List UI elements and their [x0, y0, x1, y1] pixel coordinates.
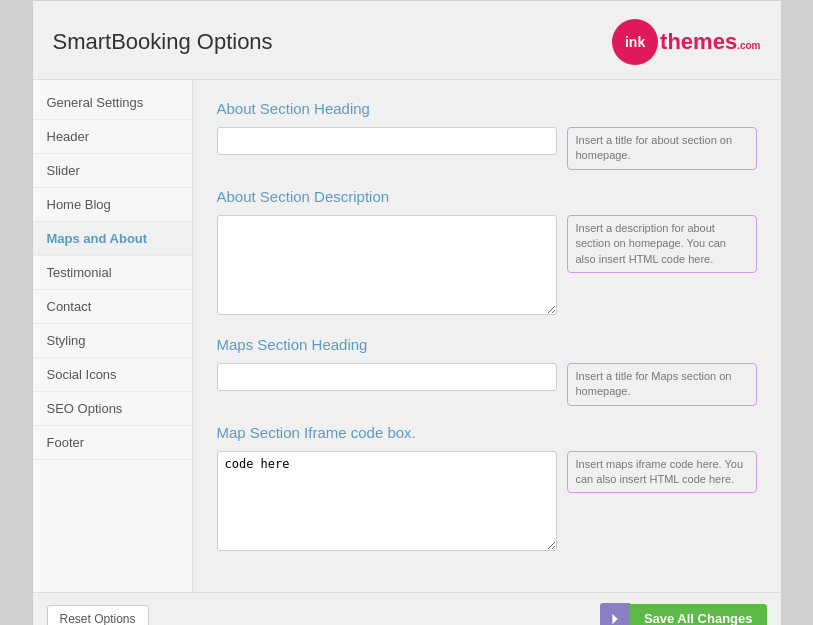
sidebar-item-contact[interactable]: Contact: [33, 290, 192, 324]
arrow-icon: [600, 603, 630, 625]
sidebar-item-social-icons[interactable]: Social Icons: [33, 358, 192, 392]
save-wrap: Save All Changes: [600, 603, 767, 625]
page-header: SmartBooking Options ink themes.com: [33, 1, 781, 80]
logo-ink: ink: [625, 34, 645, 50]
maps-heading-label: Maps Section Heading: [217, 336, 757, 353]
sidebar-item-header[interactable]: Header: [33, 120, 192, 154]
body-wrap: General Settings Header Slider Home Blog…: [33, 80, 781, 592]
about-heading-input[interactable]: [217, 127, 557, 155]
sidebar-item-slider[interactable]: Slider: [33, 154, 192, 188]
sidebar-item-general-settings[interactable]: General Settings: [33, 86, 192, 120]
maps-heading-hint: Insert a title for Maps section on homep…: [567, 363, 757, 406]
sidebar-item-seo-options[interactable]: SEO Options: [33, 392, 192, 426]
map-iframe-hint: Insert maps iframe code here. You can al…: [567, 451, 757, 494]
svg-marker-0: [612, 613, 617, 624]
about-desc-label: About Section Description: [217, 188, 757, 205]
about-desc-field-row: Insert a description for about section o…: [217, 215, 757, 318]
about-heading-label: About Section Heading: [217, 100, 757, 117]
logo-circle: ink: [612, 19, 658, 65]
map-iframe-label: Map Section Iframe code box.: [217, 424, 757, 441]
maps-heading-field-row: Insert a title for Maps section on homep…: [217, 363, 757, 406]
about-heading-hint: Insert a title for about section on home…: [567, 127, 757, 170]
logo-brand: themes.com: [660, 29, 760, 55]
sidebar-item-home-blog[interactable]: Home Blog: [33, 188, 192, 222]
about-heading-input-wrap: [217, 127, 557, 155]
maps-heading-input-wrap: [217, 363, 557, 391]
main-container: SmartBooking Options ink themes.com Gene…: [32, 0, 782, 625]
about-desc-textarea[interactable]: [217, 215, 557, 315]
about-desc-hint: Insert a description for about section o…: [567, 215, 757, 273]
main-content: About Section Heading Insert a title for…: [193, 80, 781, 592]
maps-heading-input[interactable]: [217, 363, 557, 391]
sidebar-item-styling[interactable]: Styling: [33, 324, 192, 358]
save-button[interactable]: Save All Changes: [630, 604, 767, 625]
sidebar-item-footer[interactable]: Footer: [33, 426, 192, 460]
footer-bar: Reset Options Save All Changes: [33, 592, 781, 625]
page-title: SmartBooking Options: [53, 29, 273, 55]
map-iframe-field-row: code here Insert maps iframe code here. …: [217, 451, 757, 554]
map-iframe-input-wrap: code here: [217, 451, 557, 554]
sidebar: General Settings Header Slider Home Blog…: [33, 80, 193, 592]
about-heading-field-row: Insert a title for about section on home…: [217, 127, 757, 170]
logo: ink themes.com: [612, 19, 760, 65]
reset-button[interactable]: Reset Options: [47, 605, 149, 625]
chevron-right-icon: [608, 612, 622, 625]
sidebar-item-testimonial[interactable]: Testimonial: [33, 256, 192, 290]
map-iframe-textarea[interactable]: code here: [217, 451, 557, 551]
sidebar-item-maps-and-about[interactable]: Maps and About: [33, 222, 192, 256]
about-desc-input-wrap: [217, 215, 557, 318]
